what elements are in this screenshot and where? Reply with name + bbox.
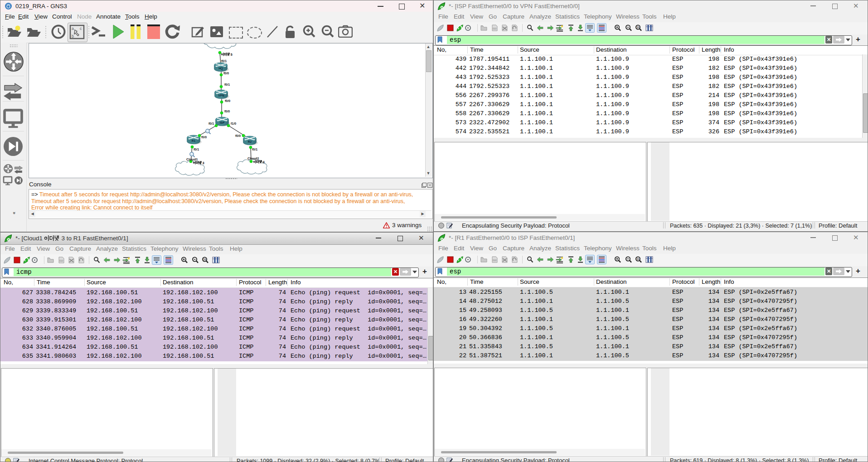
svg-text:f0/1: f0/1 xyxy=(209,122,214,125)
svg-text:b: b xyxy=(72,34,74,39)
svg-text:f0/0: f0/0 xyxy=(223,72,229,75)
svg-text:ISP: ISP xyxy=(220,121,225,124)
svg-text:f0/1: f0/1 xyxy=(194,148,199,151)
svg-text:f1/0: f1/0 xyxy=(231,122,236,125)
svg-text:f0/0: f0/0 xyxy=(225,99,230,102)
svg-text:010: 010 xyxy=(493,27,497,30)
svg-text:f0/0: f0/0 xyxy=(235,134,241,137)
svg-text:R1: R1 xyxy=(192,139,196,142)
svg-text:c: c xyxy=(80,26,82,31)
svg-text:Cloud2: Cloud2 xyxy=(247,156,259,160)
svg-text:5: 5 xyxy=(231,53,233,57)
svg-text:R2: R2 xyxy=(248,140,252,143)
svg-text:11: 11 xyxy=(637,26,640,29)
svg-text:f0/1: f0/1 xyxy=(221,59,227,63)
svg-text:VPN: VPN xyxy=(218,94,224,97)
svg-text:f0/0: f0/0 xyxy=(224,110,230,113)
svg-text:010: 010 xyxy=(59,259,63,262)
svg-text:a: a xyxy=(72,26,74,31)
svg-text:11: 11 xyxy=(637,258,640,260)
svg-text:f0/1: f0/1 xyxy=(224,83,230,86)
svg-text:f0/1: f0/1 xyxy=(252,148,257,151)
svg-text:010: 010 xyxy=(493,259,497,262)
svg-text:11: 11 xyxy=(204,258,207,261)
svg-text:3: 3 xyxy=(203,161,204,165)
svg-text:f0/0: f0/0 xyxy=(201,136,207,139)
svg-text:Cloud1: Cloud1 xyxy=(186,157,198,161)
svg-text:HQ: HQ xyxy=(218,67,223,70)
